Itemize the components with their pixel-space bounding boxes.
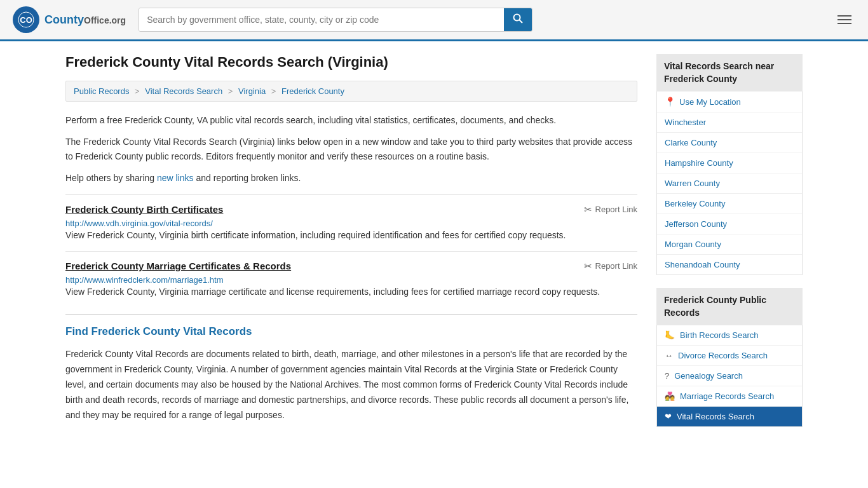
sidebar-nearby-item-6: Jefferson County [657, 214, 802, 234]
sidebar-nearby-link-6[interactable]: Jefferson County [665, 219, 727, 229]
pr-icon-3: 💑 [665, 391, 675, 401]
find-section-title: Find Frederick County Vital Records [65, 325, 637, 338]
sidebar-pr-link-0: 🦶Birth Records Search [657, 325, 802, 346]
sidebar-nearby-item-7: Morgan County [657, 234, 802, 255]
scissors-icon-marriage-cert: ✂ [584, 261, 592, 272]
sidebar-pr-title: Frederick County Public Records [656, 288, 803, 325]
description-3-post: and reporting broken links. [194, 173, 301, 183]
sidebar-nearby-link-2[interactable]: Clarke County [665, 138, 717, 147]
logo-text: CountyOffice.org [44, 13, 126, 27]
sidebar-pr-link-3: 💑Marriage Records Search [657, 386, 802, 407]
logo[interactable]: CO CountyOffice.org [13, 6, 126, 33]
sidebar-nearby-link-4[interactable]: Warren County [665, 179, 720, 188]
sidebar-pr-link-anchor-0[interactable]: Birth Records Search [680, 330, 759, 340]
breadcrumb-sep-3: > [271, 86, 276, 96]
pr-icon-2: ? [665, 371, 669, 381]
description-2: The Frederick County Vital Records Searc… [65, 135, 637, 163]
sidebar-nearby-link-7[interactable]: Morgan County [665, 240, 721, 249]
report-link-birth-cert[interactable]: ✂ Report Link [584, 204, 637, 215]
sidebar-public-records-section: Frederick County Public Records 🦶Birth R… [656, 288, 803, 427]
header: CO CountyOffice.org [0, 0, 868, 41]
description-3-pre: Help others by sharing [65, 173, 157, 183]
record-title-marriage-cert: Frederick County Marriage Certificates &… [65, 261, 291, 271]
description-section: Perform a free Frederick County, VA publ… [65, 113, 637, 186]
location-icon: 📍 [665, 97, 675, 107]
sidebar-nearby-link-8[interactable]: Shenandoah County [665, 260, 740, 269]
record-title-birth-cert: Frederick County Birth Certificates [65, 204, 223, 215]
sidebar-pr-link-1: ↔Divorce Records Search [657, 346, 802, 366]
sidebar-nearby-section: Vital Records Search near Frederick Coun… [656, 54, 803, 275]
search-bar [139, 8, 532, 32]
find-section-desc: Frederick County Vital Records are docum… [65, 347, 637, 423]
breadcrumb-sep-1: > [135, 86, 140, 96]
page-title: Frederick County Vital Records Search (V… [65, 54, 637, 71]
sidebar-pr-link-anchor-4[interactable]: Vital Records Search [677, 412, 754, 421]
sidebar-pr-link-anchor-2[interactable]: Genealogy Search [674, 371, 743, 381]
breadcrumb-link-vital-records[interactable]: Vital Records Search [145, 86, 222, 96]
hamburger-menu[interactable] [834, 11, 855, 28]
sidebar-pr-link-anchor-3[interactable]: Marriage Records Search [680, 391, 774, 401]
sidebar-nearby-link-5[interactable]: Berkeley County [665, 199, 725, 208]
sidebar-nearby-item-2: Clarke County [657, 133, 802, 153]
pr-icon-0: 🦶 [665, 330, 675, 340]
sidebar: Vital Records Search near Frederick Coun… [656, 54, 803, 440]
record-desc-marriage-cert: View Frederick County, Virginia marriage… [65, 285, 637, 299]
svg-text:CO: CO [20, 15, 32, 25]
record-url-marriage-cert[interactable]: http://www.winfredclerk.com/marriage1.ht… [65, 275, 224, 285]
breadcrumb: Public Records > Vital Records Search > … [65, 81, 637, 102]
search-button[interactable] [504, 8, 532, 31]
logo-icon: CO [13, 6, 39, 33]
sidebar-nearby-item-5: Berkeley County [657, 194, 802, 214]
sidebar-nearby-links: 📍Use My LocationWinchesterClarke CountyH… [656, 92, 803, 275]
report-link-marriage-cert[interactable]: ✂ Report Link [584, 261, 637, 272]
record-item-birth-cert: Frederick County Birth Certificates ✂ Re… [65, 194, 637, 242]
record-title-link-marriage-cert[interactable]: Frederick County Marriage Certificates &… [65, 261, 291, 271]
svg-point-2 [514, 15, 520, 21]
records-container: Frederick County Birth Certificates ✂ Re… [65, 194, 637, 299]
sidebar-nearby-link-1[interactable]: Winchester [665, 118, 706, 127]
description-1: Perform a free Frederick County, VA publ… [65, 113, 637, 127]
record-header-birth-cert: Frederick County Birth Certificates ✂ Re… [65, 204, 637, 215]
breadcrumb-sep-2: > [228, 86, 233, 96]
sidebar-nearby-item-3: Hampshire County [657, 153, 802, 173]
new-links-link[interactable]: new links [157, 173, 194, 183]
record-header-marriage-cert: Frederick County Marriage Certificates &… [65, 261, 637, 272]
sidebar-nearby-item-0: 📍Use My Location [657, 92, 802, 112]
sidebar-pr-link-2: ?Genealogy Search [657, 366, 802, 386]
sidebar-nearby-title: Vital Records Search near Frederick Coun… [656, 54, 803, 92]
find-section: Find Frederick County Vital Records Fred… [65, 314, 637, 423]
sidebar-pr-link-4: ❤Vital Records Search [657, 407, 802, 426]
report-link-label-birth-cert: Report Link [595, 205, 637, 214]
svg-line-3 [520, 20, 523, 24]
breadcrumb-link-virginia[interactable]: Virginia [238, 86, 266, 96]
record-desc-birth-cert: View Frederick County, Virginia birth ce… [65, 228, 637, 242]
main-container: Frederick County Vital Records Search (V… [53, 41, 815, 452]
sidebar-nearby-link-3[interactable]: Hampshire County [665, 158, 733, 168]
sidebar-pr-links: 🦶Birth Records Search↔Divorce Records Se… [656, 325, 803, 427]
breadcrumb-link-county[interactable]: Frederick County [281, 86, 344, 96]
scissors-icon-birth-cert: ✂ [584, 204, 592, 215]
pr-icon-4: ❤ [665, 412, 672, 421]
record-item-marriage-cert: Frederick County Marriage Certificates &… [65, 251, 637, 299]
record-title-link-birth-cert[interactable]: Frederick County Birth Certificates [65, 204, 223, 215]
description-3: Help others by sharing new links and rep… [65, 171, 637, 185]
sidebar-nearby-item-1: Winchester [657, 112, 802, 133]
breadcrumb-link-public-records[interactable]: Public Records [74, 86, 129, 96]
sidebar-nearby-item-4: Warren County [657, 173, 802, 194]
sidebar-nearby-item-8: Shenandoah County [657, 255, 802, 274]
sidebar-pr-link-anchor-1[interactable]: Divorce Records Search [678, 351, 768, 360]
record-url-birth-cert[interactable]: http://www.vdh.virginia.gov/vital-record… [65, 219, 213, 228]
main-content: Frederick County Vital Records Search (V… [65, 54, 637, 440]
report-link-label-marriage-cert: Report Link [595, 261, 637, 271]
sidebar-nearby-link-0[interactable]: Use My Location [679, 97, 741, 107]
search-input[interactable] [139, 8, 504, 31]
pr-icon-1: ↔ [665, 351, 673, 360]
